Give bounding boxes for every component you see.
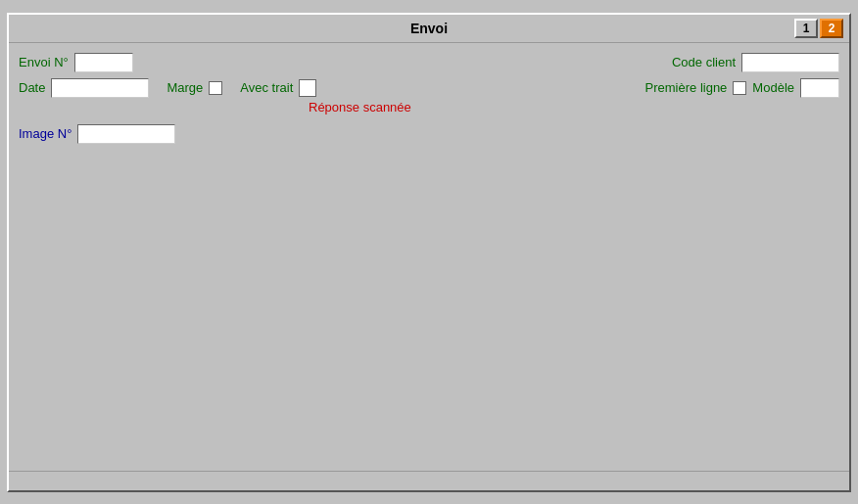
tab-2-button[interactable]: 2 — [820, 19, 843, 38]
main-window: Envoi 1 2 Envoi N° Code client Date Marg… — [7, 13, 851, 492]
image-no-label: Image N° — [19, 126, 72, 141]
marge-label: Marge — [167, 80, 203, 95]
title-buttons: 1 2 — [794, 19, 843, 38]
row-reponse: Réponse scannée — [309, 100, 839, 115]
envoi-label: Envoi N° — [19, 55, 69, 69]
modele-label: Modèle — [752, 80, 794, 95]
date-input[interactable] — [51, 78, 149, 98]
code-client-label: Code client — [672, 55, 736, 69]
image-no-input[interactable] — [77, 124, 175, 144]
content-area: Envoi N° Code client Date Marge Avec tra… — [9, 43, 849, 471]
title-bar: Envoi 1 2 — [9, 15, 849, 43]
window-title: Envoi — [410, 21, 448, 36]
premiere-ligne-label: Première ligne — [645, 80, 728, 95]
row-date: Date Marge Avec trait Première ligne Mod… — [19, 78, 839, 98]
modele-input[interactable] — [800, 78, 839, 98]
reponse-scannee-label: Réponse scannée — [309, 100, 411, 115]
avec-trait-checkbox[interactable] — [299, 79, 316, 97]
row-image: Image N° — [19, 124, 839, 144]
status-bar — [9, 471, 849, 490]
code-client-input[interactable] — [741, 53, 839, 72]
date-label: Date — [19, 80, 45, 95]
premiere-ligne-checkbox[interactable] — [733, 81, 746, 95]
envoi-input[interactable] — [74, 53, 133, 72]
tab-1-button[interactable]: 1 — [794, 19, 818, 38]
row-envoi: Envoi N° Code client — [19, 53, 839, 72]
avec-trait-label: Avec trait — [240, 80, 293, 95]
marge-checkbox[interactable] — [209, 81, 222, 95]
